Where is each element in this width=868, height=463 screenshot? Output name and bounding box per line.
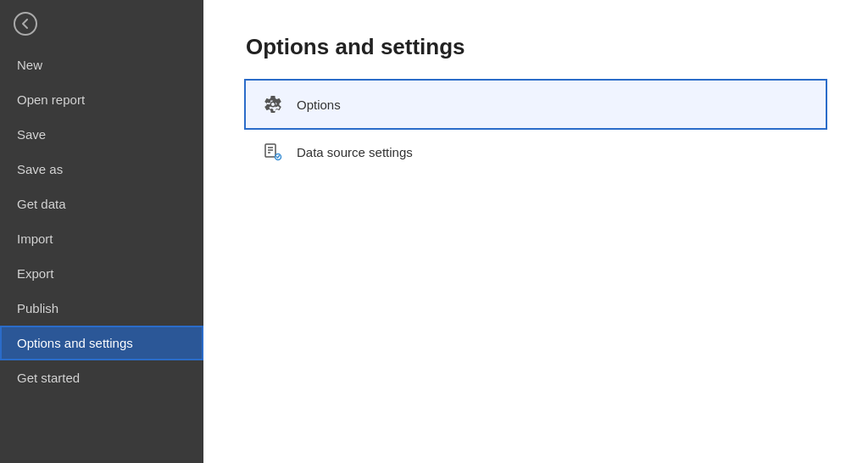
sidebar-item-publish[interactable]: Publish bbox=[0, 291, 203, 326]
sidebar-item-export[interactable]: Export bbox=[0, 256, 203, 291]
sidebar-item-new[interactable]: New bbox=[0, 47, 203, 82]
settings-item-label-data-source-settings: Data source settings bbox=[297, 145, 413, 159]
sidebar-item-save[interactable]: Save bbox=[0, 117, 203, 152]
gear-icon bbox=[261, 92, 285, 116]
settings-item-data-source-settings[interactable]: Data source settings bbox=[246, 128, 826, 176]
back-button[interactable] bbox=[0, 0, 203, 47]
sidebar-item-get-data[interactable]: Get data bbox=[0, 187, 203, 221]
main-content: Options and settings Options Data source… bbox=[203, 0, 868, 463]
sidebar-item-get-started[interactable]: Get started bbox=[0, 360, 203, 395]
sidebar-item-import[interactable]: Import bbox=[0, 221, 203, 256]
sidebar-item-save-as[interactable]: Save as bbox=[0, 152, 203, 187]
sidebar-item-open-report[interactable]: Open report bbox=[0, 82, 203, 117]
datasource-icon bbox=[261, 140, 285, 164]
settings-list: Options Data source settings bbox=[246, 81, 826, 176]
page-title: Options and settings bbox=[246, 34, 826, 60]
sidebar: NewOpen reportSaveSave asGet dataImportE… bbox=[0, 0, 203, 463]
back-icon bbox=[14, 12, 37, 36]
sidebar-item-options-and-settings[interactable]: Options and settings bbox=[0, 326, 203, 360]
settings-item-label-options: Options bbox=[297, 98, 341, 112]
settings-item-options[interactable]: Options bbox=[246, 81, 826, 128]
